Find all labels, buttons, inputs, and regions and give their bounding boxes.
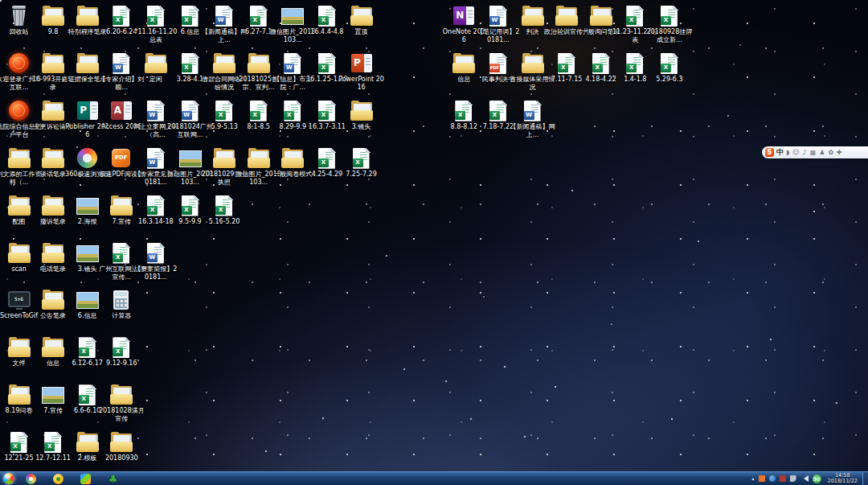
desktop-icon[interactable]: X*11.16-11.20总表 <box>138 5 173 49</box>
desktop-icon[interactable]: 6.信息 <box>70 289 104 333</box>
desktop-icon[interactable]: X9.12-9.16 <box>104 336 139 380</box>
desktop-icon[interactable]: 16-993开庭笔录 <box>36 52 71 97</box>
desktop-icon[interactable]: 信息 <box>36 336 71 380</box>
desktop-icon[interactable]: scan <box>2 242 36 286</box>
desktop-icon[interactable]: X4.18-4.22 <box>583 52 618 97</box>
mic-icon[interactable]: ♪ <box>803 146 807 158</box>
desktop-icon[interactable]: 3.镜头 <box>344 100 379 144</box>
desktop-icon[interactable]: W【专家介绍】刘颖... <box>104 52 139 97</box>
desktop-icon[interactable]: 一般阅卷模式 <box>276 147 310 191</box>
desktop-icon[interactable]: X5.16-5.20 <box>207 195 242 239</box>
desktop-icon[interactable]: W【笔记用词】20181... <box>481 5 515 49</box>
desktop-icon[interactable]: PPowerPoint 2016 <box>344 52 379 97</box>
desktop-icon[interactable]: 判决 <box>515 5 550 49</box>
desktop-icon[interactable]: X6.12-6.17 <box>70 336 104 380</box>
desktop-icon[interactable]: X9.5-9.9 <box>173 195 207 239</box>
excel-icon: X <box>143 195 169 217</box>
volume-icon[interactable] <box>800 475 809 482</box>
desktop-icon[interactable]: X4.25-4.29 <box>309 147 344 191</box>
show-desktop-button[interactable] <box>862 472 868 485</box>
image-icon <box>40 384 66 406</box>
fullwidth-icon[interactable]: ◗ <box>786 146 789 158</box>
taskbar-360-safe-icon[interactable] <box>53 474 63 484</box>
desktop-icon[interactable]: 首接媒体采用情况 <box>515 52 550 97</box>
desktop-icon[interactable]: X5.29-6.3 <box>652 52 686 97</box>
excel-icon: X <box>178 5 203 27</box>
desktop-icon[interactable]: 置顶 <box>344 5 379 49</box>
desktop-icon[interactable]: 信息 <box>447 52 481 97</box>
desktop-icon[interactable]: 电话笔录 <box>36 242 71 286</box>
desktop-icon[interactable]: X1.4-1.8 <box>618 52 653 97</box>
windows-desktop: 回收站9.8特别程序笔录X6.20-6.24X*11.16-11.20总表X6.… <box>0 0 868 485</box>
desktop-icon[interactable]: W【要案简报】20181... <box>138 242 173 286</box>
desktop-icon[interactable]: X12.21-25 <box>2 431 36 475</box>
desktop-icon[interactable]: W【信息】市法院：广... <box>276 52 310 97</box>
desktop-icon[interactable]: X7.25-7.29 <box>344 147 379 191</box>
skin-icon[interactable]: ✿ <box>828 146 833 158</box>
desktop-icon[interactable]: 刘文添的工作资料（... <box>2 147 36 191</box>
desktop-icon[interactable]: X16.3.7-3.11 <box>309 100 344 144</box>
desktop-icon[interactable]: 360极速浏览器 <box>70 147 104 191</box>
desktop-icon[interactable]: 20181028满月宣传 <box>104 384 139 428</box>
desktop-icon[interactable]: X12.7-12.11 <box>36 431 71 475</box>
taskbar-clock[interactable]: 14:58 2018/11/22 <box>828 473 858 485</box>
desktop-icon[interactable]: 20180930 <box>104 431 139 475</box>
desktop-icon[interactable]: W【新闻通稿】网上... <box>515 100 550 144</box>
sogou-input-bar[interactable]: S 中 ◗☺♪▦♟✿✚ <box>762 146 868 158</box>
start-button[interactable] <box>3 473 14 484</box>
tray-sogou-icon[interactable] <box>769 475 776 482</box>
desktop-icon[interactable]: X5.9-5.13 <box>207 100 242 144</box>
word-icon: W <box>520 100 546 122</box>
sogou-logo-icon[interactable]: S <box>765 148 774 157</box>
desktop-icon[interactable]: 9.8 <box>36 5 71 49</box>
taskbar-clover-app-icon[interactable]: ♣ <box>108 474 118 484</box>
sogou-mode-toggle[interactable]: 中 <box>776 147 784 158</box>
desktop-icon[interactable]: 微信图片_2018103... <box>241 147 276 191</box>
desktop-icon[interactable]: X16.4.4-4.8 <box>309 5 344 49</box>
desktop-icon[interactable]: 配图 <box>2 195 36 239</box>
desktop-icon[interactable]: 法院综合信息门户平台 <box>2 100 36 144</box>
desktop-icon[interactable]: 谈话笔录 <box>36 147 71 191</box>
desktop-icon[interactable]: 计算器 <box>104 289 139 333</box>
taskbar-browser-360-icon[interactable] <box>26 474 36 484</box>
desktop-icon[interactable]: X16.3.14-18 <box>138 195 173 239</box>
desktop-icon[interactable]: 7.宣传 <box>104 195 139 239</box>
desktop-icon-label: 【新闻通稿】网上... <box>510 123 556 139</box>
desktop-icon[interactable]: PPublisher 2016 <box>70 100 104 144</box>
image-icon <box>75 195 100 217</box>
show-hidden-icons-button[interactable]: ▴ <box>752 475 755 482</box>
desktop-icon[interactable]: 政治轮训宣传片 <box>550 5 584 49</box>
desktop-icon[interactable]: W【新闻通稿】网上... <box>207 5 242 49</box>
desktop-icon[interactable]: 文件 <box>2 336 36 380</box>
desktop-icon[interactable]: 定闲 <box>138 52 173 97</box>
desktop-icon-label: 9.12-9.16 <box>98 360 145 368</box>
soft-keyboard-icon[interactable]: ▦ <box>810 146 817 158</box>
desktop-icon[interactable]: X20180928挂牌成立新... <box>652 5 686 49</box>
desktop-icon[interactable]: 2.海报 <box>70 195 104 239</box>
desktop-icon[interactable]: 撤诉笔录 <box>36 195 71 239</box>
desktop-icon[interactable]: W20181024广州互联网... <box>173 100 207 144</box>
desktop-icon[interactable]: X8.1-8.5 <box>241 100 276 144</box>
desktop-icon[interactable]: X7.11-7.15 <box>550 52 584 97</box>
emoji-icon[interactable]: ☺ <box>792 146 799 158</box>
person-icon[interactable]: ♟ <box>819 146 825 158</box>
desktop-icon[interactable]: 2.模板 <box>70 431 104 475</box>
desktop-icon[interactable]: 公告笔录 <box>36 289 71 333</box>
tray-app-red-icon[interactable] <box>780 475 786 482</box>
taskbar-colorful-app-icon[interactable] <box>80 474 91 484</box>
desktop-icon[interactable]: 微信图片_2018103... <box>276 5 310 49</box>
desktop-icon[interactable]: X8.8-8.12 <box>447 100 481 144</box>
desktop-icon[interactable]: 特别程序笔录 <box>70 5 104 49</box>
desktop-icon[interactable]: 7.宣传 <box>36 384 71 428</box>
folder-icon <box>211 52 237 75</box>
desktop-icon[interactable]: X8.29-9.9 <box>276 100 310 144</box>
excel-icon: X <box>622 52 648 75</box>
tray-app-orange-icon[interactable] <box>759 475 765 482</box>
desktop-icon[interactable]: 回收站 <box>2 5 36 49</box>
360-safety-ball[interactable]: 30 <box>813 475 821 483</box>
tray-update-icon[interactable] <box>790 475 796 482</box>
wallpaper-stars <box>0 0 2 2</box>
desktop-icon[interactable]: 8.19问卷 <box>2 384 36 428</box>
toolbox-icon[interactable]: ✚ <box>837 146 842 158</box>
desktop-icon[interactable]: S>GScreenToGif <box>2 289 36 333</box>
